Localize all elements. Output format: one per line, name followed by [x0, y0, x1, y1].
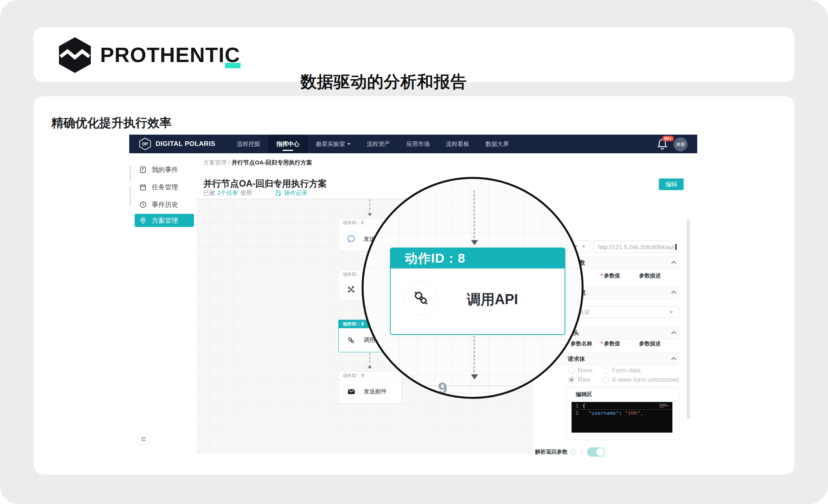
brand-wordmark-main: PROTHENTI: [100, 43, 225, 66]
hero-heading: 精确优化提升执行效率: [51, 115, 171, 131]
body-type-formdata[interactable]: Form-data: [603, 367, 641, 374]
plug-icon-large: [404, 281, 438, 315]
node-label: 发送邮件: [364, 388, 387, 395]
info-icon[interactable]: i: [570, 449, 576, 455]
align-collapse-icon: [140, 436, 147, 442]
flow-arrow-icon: [368, 213, 372, 216]
pin-icon: [139, 217, 147, 224]
editor-container: 编辑区 1{ 2 "username": "thh",: [566, 387, 679, 440]
magnified-node-8[interactable]: 动作ID：8 调用API: [390, 248, 565, 335]
sidebar-item-event-history[interactable]: 事件历史: [135, 198, 194, 211]
page: PROTHENTIC 数据驱动的分析和报告 精确优化提升执行效率 DP DIGI…: [0, 0, 828, 504]
flow-arrow-icon: [471, 240, 478, 245]
editor-title: 编辑区: [566, 387, 679, 402]
flow-node-9[interactable]: 动作ID：9 发送邮件: [338, 371, 402, 404]
nav-item-data-screen[interactable]: 数据大屏: [477, 135, 517, 153]
network-icon: [343, 282, 359, 297]
event-doc-icon: [139, 166, 147, 173]
nav-item-app-market[interactable]: 应用市场: [398, 135, 438, 153]
app-logo-text: DIGITAL POLARIS: [156, 140, 215, 148]
avatar[interactable]: 帅霖: [674, 137, 688, 151]
calendar-icon: [139, 184, 147, 191]
chevron-down-icon: [582, 246, 585, 248]
chevron-up-icon[interactable]: [671, 291, 676, 296]
app-logo-icon: DP: [139, 137, 152, 151]
sidebar-item-my-events[interactable]: 我的事件: [135, 163, 194, 176]
header-card: PROTHENTIC 数据驱动的分析和报告: [33, 27, 795, 82]
brand-underline-accent: [225, 63, 241, 68]
breadcrumb-parent[interactable]: 方案管理: [203, 159, 227, 166]
parse-response-toggle[interactable]: [587, 447, 605, 457]
nav-item-process-assets[interactable]: 流程资产: [359, 135, 398, 153]
notification-badge: 99+: [662, 136, 674, 141]
flow-connector: [474, 336, 475, 376]
flow-connector: [369, 353, 370, 367]
edit-button[interactable]: 编辑: [659, 178, 684, 190]
plug-icon: [343, 333, 359, 348]
app-navbar: DP DIGITAL POLARIS 流程挖掘 指挥中心 极星实验室 流程资产 …: [129, 135, 697, 153]
chevron-up-icon[interactable]: [671, 357, 676, 362]
text-cursor: [675, 244, 677, 250]
editor-minimap: [659, 403, 671, 410]
flow-connector: [474, 191, 475, 242]
brand-hexagon-icon: [57, 36, 92, 74]
sidebar-item-task-management[interactable]: 任务管理: [135, 180, 194, 194]
clock-icon: [139, 201, 147, 208]
code-editor[interactable]: 1{ 2 "username": "thh",: [572, 402, 672, 433]
sidebar-scroll-indicator: [130, 186, 131, 206]
flow-connector: [369, 199, 370, 214]
brand-wordmark-last: C: [225, 43, 240, 67]
mail-icon: [343, 384, 359, 399]
usage-row: 已被 2个任务 使用 操作记录: [203, 189, 307, 197]
radio-selected-icon[interactable]: [568, 377, 575, 383]
panel-scrollbar[interactable]: [687, 219, 690, 419]
flow-arrow-icon: [368, 366, 372, 369]
record-doc-icon: [275, 190, 282, 196]
collapse-panel-button[interactable]: [138, 433, 149, 445]
task-count-link[interactable]: 2个任务: [217, 189, 238, 197]
nav-item-process-board[interactable]: 流程看板: [438, 135, 477, 153]
magnified-node-label: 调用API: [467, 290, 518, 309]
parse-response-row: 解析返回参数 i ：: [535, 447, 605, 457]
breadcrumb-current: 并行节点OA-回归专用执行方案: [232, 159, 312, 166]
sidebar-scroll-indicator: [130, 166, 131, 181]
body-type-urlencoded[interactable]: X-www-form-urlencoded: [603, 376, 679, 383]
body-type-raw[interactable]: Raw: [568, 376, 590, 383]
chevron-up-icon[interactable]: [671, 331, 676, 336]
radio-icon[interactable]: [568, 367, 575, 374]
body-type-none[interactable]: None: [568, 367, 592, 374]
sidebar-item-plan-management[interactable]: 方案管理: [135, 214, 194, 227]
svg-text:DP: DP: [142, 142, 148, 146]
header-tagline: 数据驱动的分析和报告: [300, 71, 467, 93]
radio-icon[interactable]: [603, 367, 609, 374]
chevron-down-icon: [669, 311, 673, 313]
chevron-down-icon: [347, 143, 350, 145]
chat-bubble-icon: [343, 231, 359, 247]
chevron-up-icon[interactable]: [671, 261, 676, 266]
operation-log-link[interactable]: 操作记录: [284, 189, 307, 197]
nav-item-process-mining[interactable]: 流程挖掘: [229, 135, 268, 153]
brand-wordmark: PROTHENTIC: [100, 43, 240, 67]
breadcrumb: 方案管理 / 并行节点OA-回归专用执行方案: [203, 159, 312, 166]
magnifier-circle: 动作ID：8 调用API 9: [362, 177, 584, 399]
magnified-node-header: 动作ID：8: [391, 248, 565, 268]
active-tab-underline: [282, 150, 293, 151]
radio-icon[interactable]: [603, 377, 609, 383]
page-title: 并行节点OA-回归专用执行方案: [203, 178, 327, 190]
nav-item-polaris-lab[interactable]: 极星实验室: [308, 135, 359, 153]
url-input[interactable]: http://121.5.246.209:8084/auth-: [594, 241, 678, 253]
flow-arrow-icon: [471, 374, 478, 379]
nav-item-command-center[interactable]: 指挥中心: [268, 135, 308, 153]
node-id-label: 动作ID：9: [339, 372, 401, 380]
